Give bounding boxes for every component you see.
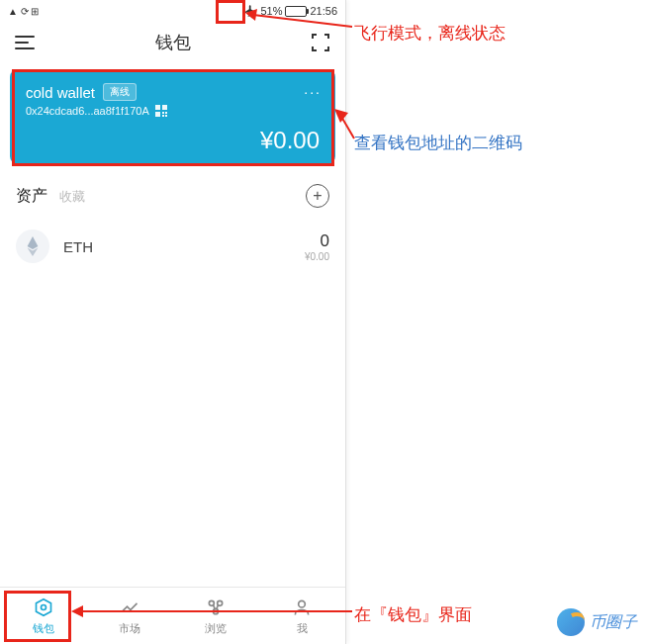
tab-label: 我 — [297, 621, 308, 636]
qr-icon[interactable] — [155, 105, 167, 117]
svg-rect-8 — [162, 115, 164, 117]
tab-me[interactable]: 我 — [259, 588, 345, 644]
status-left-icons: ▲ ⟳ ⊞ — [8, 6, 39, 17]
wallet-address: 0x24cdcad6...aa8f1f170A — [26, 105, 149, 117]
app-header: 钱包 — [0, 22, 345, 63]
scan-icon[interactable] — [310, 32, 331, 53]
wallet-name: cold wallet — [26, 84, 95, 101]
market-tab-icon — [119, 597, 140, 618]
me-tab-icon — [291, 597, 313, 618]
eth-icon — [16, 230, 49, 263]
annotation-text-tab: 在『钱包』界面 — [354, 603, 472, 626]
page-title: 钱包 — [155, 31, 191, 54]
tab-assets[interactable]: 资产 — [16, 186, 47, 207]
menu-icon[interactable] — [14, 32, 36, 53]
status-bar: ▲ ⟳ ⊞ 51% 21:56 — [0, 0, 345, 22]
wallet-card[interactable]: cold wallet 离线 ... 0x24cdcad6...aa8f1f17… — [10, 69, 335, 164]
asset-symbol: ETH — [63, 238, 305, 255]
svg-point-10 — [41, 604, 46, 609]
annotation-text-airplane: 飞行模式，离线状态 — [354, 22, 506, 45]
browse-tab-icon — [205, 597, 227, 618]
wallet-tab-icon — [33, 597, 54, 618]
svg-rect-5 — [155, 112, 160, 117]
asset-fiat: ¥0.00 — [305, 251, 329, 262]
svg-rect-4 — [162, 105, 167, 110]
tab-bar: 钱包 市场 浏览 我 — [0, 587, 345, 644]
svg-rect-9 — [165, 115, 167, 117]
tab-favorites[interactable]: 收藏 — [59, 188, 85, 206]
svg-rect-6 — [162, 112, 164, 114]
status-time: 21:56 — [310, 5, 337, 17]
svg-rect-7 — [165, 112, 167, 114]
status-right: 51% 21:56 — [243, 4, 337, 18]
tab-wallet[interactable]: 钱包 — [0, 588, 86, 644]
tab-label: 浏览 — [205, 621, 227, 636]
asset-section-header: 资产 收藏 + — [0, 178, 345, 220]
tab-label: 市场 — [119, 621, 140, 636]
watermark-text: 币圈子 — [590, 612, 637, 633]
tab-market[interactable]: 市场 — [86, 588, 172, 644]
tab-label: 钱包 — [33, 621, 54, 636]
airplane-icon — [243, 4, 257, 18]
wallet-more-button[interactable]: ... — [304, 81, 322, 97]
wallet-balance: ¥0.00 — [260, 127, 320, 154]
tab-browse[interactable]: 浏览 — [173, 588, 259, 644]
phone-frame: ▲ ⟳ ⊞ 51% 21:56 钱包 cold wallet 离线 ... 0x… — [0, 0, 346, 644]
battery-percent: 51% — [260, 5, 282, 17]
svg-line-14 — [214, 604, 216, 608]
watermark: 币圈子 — [557, 608, 637, 636]
svg-point-13 — [214, 608, 219, 613]
svg-line-15 — [217, 604, 219, 608]
asset-amount: 0 — [305, 231, 329, 251]
offline-badge: 离线 — [103, 83, 137, 101]
watermark-logo-icon — [557, 608, 585, 636]
svg-rect-3 — [155, 105, 160, 110]
annotation-text-qr: 查看钱包地址的二维码 — [354, 132, 522, 154]
svg-point-16 — [299, 600, 306, 607]
add-asset-button[interactable]: + — [306, 184, 329, 208]
asset-row[interactable]: ETH 0 ¥0.00 — [0, 220, 345, 273]
battery-icon — [285, 6, 307, 17]
